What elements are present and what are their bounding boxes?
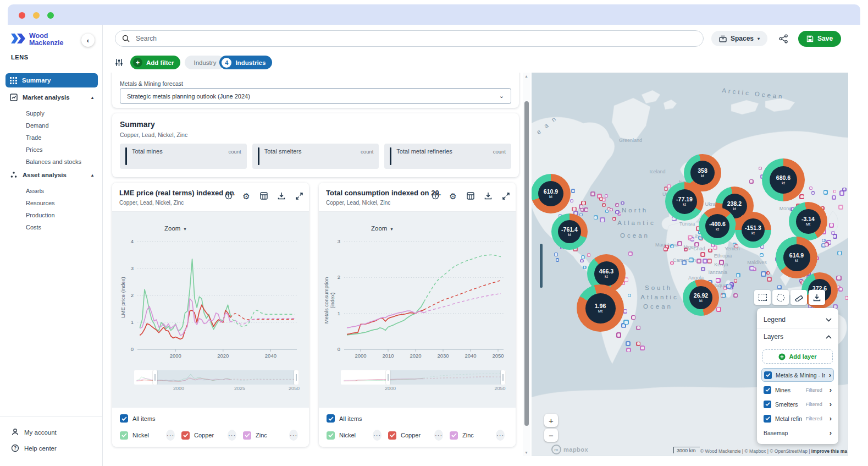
- asset-marker[interactable]: [749, 266, 754, 271]
- download-icon[interactable]: [277, 191, 286, 200]
- improve-map-link[interactable]: Improve this ma: [811, 448, 847, 454]
- sidebar-item-summary[interactable]: Summary: [5, 73, 98, 87]
- asset-marker[interactable]: [809, 187, 812, 190]
- cluster-donut[interactable]: 610.9kt: [532, 174, 571, 213]
- asset-marker[interactable]: [594, 215, 598, 220]
- legend-item-nickel[interactable]: Nickel: [327, 431, 373, 440]
- asset-marker[interactable]: [570, 199, 573, 202]
- expand-icon[interactable]: [295, 191, 303, 200]
- checkbox-checked-icon[interactable]: [764, 415, 771, 423]
- download-button[interactable]: [809, 290, 825, 305]
- rect-select-button[interactable]: [754, 290, 771, 305]
- sidebar-item-market-analysis[interactable]: Market analysis▴: [5, 90, 98, 105]
- asset-marker[interactable]: [777, 285, 782, 289]
- legend-item-copper[interactable]: Copper: [388, 431, 434, 440]
- all-items-toggle[interactable]: All items: [327, 414, 362, 423]
- item-menu-button[interactable]: ···: [373, 430, 382, 441]
- item-menu-button[interactable]: ···: [496, 430, 505, 441]
- info-icon[interactable]: [431, 191, 440, 200]
- scroll-up-icon[interactable]: ▲: [524, 74, 528, 78]
- maximize-window-icon[interactable]: [47, 12, 54, 19]
- asset-marker[interactable]: [716, 307, 721, 312]
- asset-marker[interactable]: [761, 271, 766, 276]
- asset-marker[interactable]: [640, 346, 645, 350]
- asset-marker[interactable]: [556, 258, 559, 261]
- checkbox-checked-icon[interactable]: [120, 414, 128, 423]
- minimize-window-icon[interactable]: [33, 12, 40, 19]
- asset-marker[interactable]: [616, 332, 621, 337]
- asset-marker[interactable]: [583, 266, 586, 269]
- asset-marker[interactable]: [701, 267, 705, 271]
- layers-section-toggle[interactable]: Layers: [757, 328, 838, 345]
- asset-marker[interactable]: [554, 253, 559, 257]
- asset-marker[interactable]: [708, 249, 712, 253]
- checkbox-checked-icon[interactable]: [764, 401, 771, 408]
- asset-marker[interactable]: [600, 217, 605, 222]
- cluster-donut[interactable]: 614.9kt: [776, 237, 817, 278]
- checkbox-checked-icon[interactable]: [243, 431, 251, 440]
- download-icon[interactable]: [484, 191, 493, 200]
- chart-zoom-dropdown[interactable]: Zoom▾: [164, 225, 186, 232]
- asset-marker[interactable]: [694, 242, 699, 246]
- asset-marker[interactable]: [677, 241, 682, 246]
- cluster-donut[interactable]: -77.19kt: [665, 182, 704, 221]
- layer-row-basemap[interactable]: Basemap›: [761, 426, 834, 439]
- cluster-donut[interactable]: -400.6kt: [699, 207, 736, 245]
- asset-marker[interactable]: [688, 235, 692, 239]
- asset-marker[interactable]: [684, 248, 688, 251]
- asset-marker[interactable]: [749, 179, 754, 184]
- asset-marker[interactable]: [767, 277, 771, 281]
- all-items-toggle[interactable]: All items: [120, 414, 156, 423]
- asset-marker[interactable]: [760, 253, 764, 257]
- share-button[interactable]: [775, 30, 792, 47]
- spaces-button[interactable]: Spaces ▾: [711, 31, 767, 46]
- add-layer-button[interactable]: Add layer: [762, 349, 833, 364]
- asset-marker[interactable]: [621, 201, 624, 205]
- checkbox-checked-icon[interactable]: [327, 414, 335, 423]
- asset-marker[interactable]: [722, 293, 726, 298]
- settings-gear-icon[interactable]: ⚙: [242, 191, 251, 200]
- asset-marker[interactable]: [716, 278, 721, 283]
- footer-item-my-account[interactable]: My account: [0, 424, 102, 440]
- search-bar[interactable]: [115, 30, 704, 47]
- selector-selection[interactable]: [157, 370, 294, 385]
- asset-marker[interactable]: [628, 294, 631, 297]
- asset-marker[interactable]: [623, 320, 628, 325]
- measure-button[interactable]: [790, 290, 807, 305]
- scrollbar-thumb[interactable]: [524, 101, 529, 426]
- asset-marker[interactable]: [719, 260, 724, 265]
- selector-selection[interactable]: [390, 370, 501, 385]
- selector-handle-left[interactable]: [386, 370, 390, 385]
- asset-marker[interactable]: [579, 213, 583, 216]
- cluster-donut[interactable]: 26.92kt: [683, 279, 719, 316]
- asset-marker[interactable]: [799, 194, 804, 199]
- range-selector[interactable]: [341, 370, 506, 385]
- asset-marker[interactable]: [599, 197, 604, 201]
- asset-marker[interactable]: [845, 296, 848, 300]
- world-map[interactable]: Arctic OceanNorthAtlanticOceanSouthAtlan…: [532, 73, 848, 456]
- asset-marker[interactable]: [610, 208, 613, 211]
- sidebar-item-asset-analysis[interactable]: Asset analysis▴: [5, 168, 98, 182]
- footer-item-help-center[interactable]: ?Help center: [0, 440, 102, 456]
- asset-marker[interactable]: [759, 167, 762, 170]
- asset-marker[interactable]: [602, 203, 606, 207]
- legend-item-zinc[interactable]: Zinc: [450, 431, 496, 440]
- zoom-out-button[interactable]: −: [544, 429, 558, 442]
- asset-marker[interactable]: [626, 341, 631, 346]
- asset-marker[interactable]: [726, 284, 731, 289]
- cluster-donut[interactable]: 1.96Mt: [577, 284, 624, 332]
- checkbox-checked-icon[interactable]: [327, 431, 335, 440]
- item-menu-button[interactable]: ···: [228, 430, 236, 441]
- asset-marker[interactable]: [670, 261, 673, 265]
- sidebar-subitem-assets[interactable]: Assets: [5, 185, 98, 197]
- asset-marker[interactable]: [829, 223, 834, 228]
- asset-marker[interactable]: [615, 210, 620, 215]
- checkbox-checked-icon[interactable]: [181, 431, 190, 440]
- asset-marker[interactable]: [736, 273, 740, 277]
- checkbox-checked-icon[interactable]: [764, 386, 771, 394]
- asset-marker[interactable]: [703, 259, 707, 264]
- asset-marker[interactable]: [612, 217, 616, 221]
- checkbox-checked-icon[interactable]: [120, 431, 128, 440]
- close-window-icon[interactable]: [19, 12, 25, 19]
- asset-marker[interactable]: [734, 279, 738, 283]
